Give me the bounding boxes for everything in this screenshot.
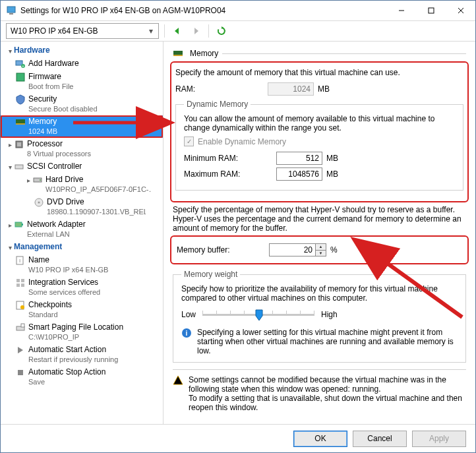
svg-text:+: + <box>22 64 24 68</box>
warning-icon: ! <box>173 375 183 386</box>
svg-rect-17 <box>15 165 23 169</box>
nav-name[interactable]: I Name W10 PRO IP x64 EN-GB <box>1 254 163 276</box>
dynamic-memory-legend: Dynamic Memory <box>184 100 251 109</box>
settings-nav: ▾ Hardware + Add Hardware Firmware Boot … <box>1 42 164 424</box>
svg-text:i: i <box>186 330 188 337</box>
nav-category-management[interactable]: ▾ Management <box>1 241 163 254</box>
slider-thumb-icon[interactable] <box>255 309 263 321</box>
weight-low-label: Low <box>181 310 196 319</box>
svg-rect-3 <box>429 8 434 13</box>
expand-icon: ▸ <box>24 175 32 185</box>
network-icon <box>14 220 24 230</box>
nav-back-button[interactable] <box>170 24 185 38</box>
firmware-icon <box>15 72 26 82</box>
nav-hard-drive[interactable]: ▸ Hard Drive W10PRO_IP_A5FD06F7-0F1C-… <box>1 173 163 196</box>
svg-rect-28 <box>16 284 20 287</box>
svg-rect-9 <box>16 61 22 65</box>
pane-heading: Memory <box>190 49 218 58</box>
memory-buffer-spinner[interactable]: ▲▼ <box>269 243 326 257</box>
buffer-desc: Specify the percentage of memory that Hy… <box>173 205 466 233</box>
running-state-warning: Some settings cannot be modified because… <box>189 375 466 412</box>
svg-rect-37 <box>173 55 183 56</box>
svg-marker-6 <box>175 28 179 34</box>
app-icon <box>6 5 16 16</box>
min-ram-input[interactable] <box>276 152 322 165</box>
nav-category-hardware[interactable]: ▾ Hardware <box>1 44 163 57</box>
nav-firmware[interactable]: Firmware Boot from File <box>1 71 163 93</box>
expand-icon: ▸ <box>6 139 14 150</box>
svg-rect-26 <box>16 279 20 282</box>
toolbar: W10 PRO IP x64 EN-GB ▾ <box>1 21 475 42</box>
nav-auto-start[interactable]: Automatic Start Action Restart if previo… <box>1 344 163 366</box>
nav-security[interactable]: Security Secure Boot disabled <box>1 93 163 115</box>
expand-icon: ▸ <box>6 220 14 230</box>
info-icon: i <box>181 328 192 338</box>
svg-rect-0 <box>7 7 15 13</box>
collapse-icon: ▾ <box>6 242 14 253</box>
memory-icon <box>173 48 183 59</box>
nav-add-hardware[interactable]: + Add Hardware <box>1 57 163 71</box>
nav-auto-stop[interactable]: Automatic Stop Action Save <box>1 366 163 388</box>
weight-high-label: High <box>321 310 338 319</box>
svg-rect-12 <box>16 73 24 81</box>
dynamic-memory-desc: You can allow the amount of memory avail… <box>184 114 455 133</box>
max-ram-label: Maximum RAM: <box>184 169 276 179</box>
ok-button[interactable]: OK <box>293 431 347 447</box>
add-hardware-icon: + <box>15 59 26 69</box>
svg-rect-1 <box>9 13 13 15</box>
nav-scsi-controller[interactable]: ▾ SCSI Controller <box>1 160 163 173</box>
dvd-icon <box>34 197 44 208</box>
memory-intro-text: Specify the amount of memory that this v… <box>175 68 463 77</box>
svg-marker-34 <box>18 347 23 353</box>
checkbox-icon: ✓ <box>184 136 194 146</box>
security-icon <box>15 94 26 105</box>
name-icon: I <box>15 255 26 266</box>
maximize-button[interactable] <box>416 1 446 20</box>
svg-rect-23 <box>22 224 23 226</box>
memory-weight-slider[interactable] <box>202 308 314 321</box>
svg-point-21 <box>38 202 40 204</box>
spin-down-icon[interactable]: ▼ <box>316 250 326 257</box>
memory-icon <box>15 117 26 127</box>
scsi-icon <box>14 162 24 172</box>
dialog-footer: OK Cancel Apply <box>1 425 475 452</box>
memory-buffer-input[interactable] <box>269 243 315 257</box>
vm-selector[interactable]: W10 PRO IP x64 EN-GB ▾ <box>6 23 159 39</box>
ram-label: RAM: <box>175 84 268 94</box>
nav-processor[interactable]: ▸ Processor 8 Virtual processors <box>1 138 163 160</box>
enable-dynamic-memory-checkbox: ✓ Enable Dynamic Memory <box>184 136 455 146</box>
dynamic-memory-group: Dynamic Memory You can allow the amount … <box>175 100 463 191</box>
refresh-button[interactable] <box>214 24 229 38</box>
svg-point-31 <box>20 305 24 309</box>
settings-window: Settings for W10 PRO IP x64 EN-GB on AGM… <box>0 0 476 453</box>
nav-forward-button[interactable] <box>189 24 203 38</box>
nav-integration-services[interactable]: Integration Services Some services offer… <box>1 276 163 299</box>
nav-network-adapter[interactable]: ▸ Network Adapter External LAN <box>1 218 163 241</box>
memory-weight-legend: Memory weight <box>181 270 240 279</box>
svg-rect-27 <box>21 279 24 282</box>
memory-settings-pane: Memory Specify the amount of memory that… <box>164 42 475 424</box>
spin-up-icon[interactable]: ▲ <box>316 244 326 250</box>
cancel-button[interactable]: Cancel <box>353 431 407 447</box>
weight-info-text: Specifying a lower setting for this virt… <box>197 328 458 355</box>
close-button[interactable] <box>446 1 475 20</box>
minimize-button[interactable] <box>386 1 416 20</box>
nav-dvd-drive[interactable]: DVD Drive 18980.1.190907-1301.VB_REL… <box>1 196 163 218</box>
svg-rect-14 <box>16 123 25 125</box>
svg-rect-13 <box>16 119 25 123</box>
window-title: Settings for W10 PRO IP x64 EN-GB on AGM… <box>20 6 386 15</box>
memory-weight-group: Memory weight Specify how to prioritize … <box>173 270 466 363</box>
svg-rect-35 <box>18 370 23 375</box>
title-bar: Settings for W10 PRO IP x64 EN-GB on AGM… <box>1 1 475 21</box>
svg-rect-22 <box>15 222 22 227</box>
apply-button: Apply <box>412 431 466 447</box>
svg-point-19 <box>40 179 41 181</box>
nav-smart-paging[interactable]: Smart Paging File Location C:\W10PRO_IP <box>1 321 163 344</box>
nav-checkpoints[interactable]: Checkpoints Standard <box>1 299 163 321</box>
svg-marker-38 <box>256 310 262 320</box>
checkpoint-icon <box>15 300 26 311</box>
ram-input <box>268 82 314 96</box>
nav-memory[interactable]: Memory 1024 MB <box>1 115 163 138</box>
svg-marker-7 <box>194 28 198 34</box>
max-ram-input[interactable] <box>276 167 322 181</box>
